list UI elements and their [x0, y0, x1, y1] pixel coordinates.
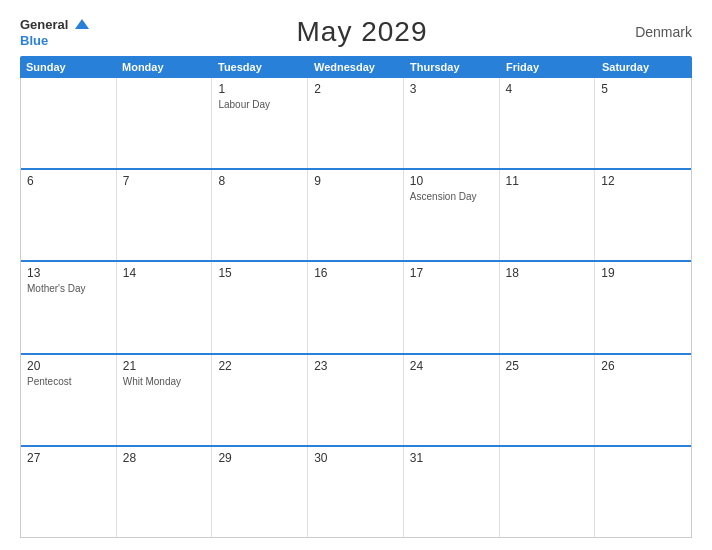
table-row: 29 — [212, 447, 308, 537]
cell-day-number: 22 — [218, 359, 301, 373]
header-wednesday: Wednesday — [308, 56, 404, 78]
cell-event-label: Labour Day — [218, 98, 301, 111]
table-row: 22 — [212, 355, 308, 445]
cell-event-label: Pentecost — [27, 375, 110, 388]
calendar-week-2: 678910Ascension Day1112 — [21, 170, 691, 262]
cell-day-number: 26 — [601, 359, 685, 373]
calendar-week-1: 1Labour Day2345 — [21, 78, 691, 170]
table-row: 21Whit Monday — [117, 355, 213, 445]
cell-day-number: 24 — [410, 359, 493, 373]
table-row: 16 — [308, 262, 404, 352]
cell-day-number: 18 — [506, 266, 589, 280]
calendar-week-5: 2728293031 — [21, 447, 691, 537]
cell-day-number: 21 — [123, 359, 206, 373]
header-thursday: Thursday — [404, 56, 500, 78]
cell-day-number: 30 — [314, 451, 397, 465]
logo-bottom: Blue — [20, 32, 89, 48]
logo-triangle-icon — [75, 19, 89, 29]
table-row: 25 — [500, 355, 596, 445]
cell-day-number: 5 — [601, 82, 685, 96]
header-monday: Monday — [116, 56, 212, 78]
cell-day-number: 14 — [123, 266, 206, 280]
table-row — [117, 78, 213, 168]
cell-day-number: 16 — [314, 266, 397, 280]
logo-top: General — [20, 16, 89, 32]
cell-day-number: 11 — [506, 174, 589, 188]
cell-day-number: 17 — [410, 266, 493, 280]
cell-event-label: Whit Monday — [123, 375, 206, 388]
table-row: 26 — [595, 355, 691, 445]
table-row: 30 — [308, 447, 404, 537]
logo-blue-text: Blue — [20, 33, 48, 48]
calendar-page: General Blue May 2029 Denmark Sunday Mon… — [0, 0, 712, 550]
table-row: 1Labour Day — [212, 78, 308, 168]
table-row: 20Pentecost — [21, 355, 117, 445]
page-header: General Blue May 2029 Denmark — [20, 16, 692, 48]
cell-day-number: 6 — [27, 174, 110, 188]
cell-day-number: 27 — [27, 451, 110, 465]
cell-day-number: 1 — [218, 82, 301, 96]
cell-day-number: 9 — [314, 174, 397, 188]
table-row: 27 — [21, 447, 117, 537]
table-row: 6 — [21, 170, 117, 260]
logo: General Blue — [20, 16, 89, 48]
table-row: 31 — [404, 447, 500, 537]
table-row: 19 — [595, 262, 691, 352]
table-row: 2 — [308, 78, 404, 168]
cell-day-number: 8 — [218, 174, 301, 188]
header-sunday: Sunday — [20, 56, 116, 78]
cell-day-number: 25 — [506, 359, 589, 373]
table-row: 24 — [404, 355, 500, 445]
cell-day-number: 4 — [506, 82, 589, 96]
table-row: 11 — [500, 170, 596, 260]
header-tuesday: Tuesday — [212, 56, 308, 78]
table-row: 18 — [500, 262, 596, 352]
cell-day-number: 10 — [410, 174, 493, 188]
cell-day-number: 7 — [123, 174, 206, 188]
table-row: 13Mother's Day — [21, 262, 117, 352]
table-row — [500, 447, 596, 537]
cell-day-number: 31 — [410, 451, 493, 465]
table-row: 17 — [404, 262, 500, 352]
table-row — [21, 78, 117, 168]
table-row: 12 — [595, 170, 691, 260]
cell-event-label: Ascension Day — [410, 190, 493, 203]
cell-day-number: 20 — [27, 359, 110, 373]
cell-day-number: 28 — [123, 451, 206, 465]
table-row: 9 — [308, 170, 404, 260]
table-row: 15 — [212, 262, 308, 352]
cell-day-number: 13 — [27, 266, 110, 280]
cell-day-number: 23 — [314, 359, 397, 373]
logo-general-text: General — [20, 17, 68, 32]
table-row — [595, 447, 691, 537]
cell-day-number: 19 — [601, 266, 685, 280]
calendar-body: 1Labour Day2345678910Ascension Day111213… — [20, 78, 692, 538]
country-label: Denmark — [635, 24, 692, 40]
calendar-week-3: 13Mother's Day141516171819 — [21, 262, 691, 354]
table-row: 4 — [500, 78, 596, 168]
header-saturday: Saturday — [596, 56, 692, 78]
cell-day-number: 12 — [601, 174, 685, 188]
cell-day-number: 3 — [410, 82, 493, 96]
table-row: 14 — [117, 262, 213, 352]
table-row: 10Ascension Day — [404, 170, 500, 260]
header-friday: Friday — [500, 56, 596, 78]
cell-event-label: Mother's Day — [27, 282, 110, 295]
cell-day-number: 2 — [314, 82, 397, 96]
table-row: 23 — [308, 355, 404, 445]
table-row: 5 — [595, 78, 691, 168]
cell-day-number: 15 — [218, 266, 301, 280]
table-row: 8 — [212, 170, 308, 260]
cell-day-number: 29 — [218, 451, 301, 465]
table-row: 28 — [117, 447, 213, 537]
table-row: 3 — [404, 78, 500, 168]
calendar: Sunday Monday Tuesday Wednesday Thursday… — [20, 56, 692, 538]
calendar-week-4: 20Pentecost21Whit Monday2223242526 — [21, 355, 691, 447]
calendar-header: Sunday Monday Tuesday Wednesday Thursday… — [20, 56, 692, 78]
table-row: 7 — [117, 170, 213, 260]
calendar-title: May 2029 — [297, 16, 428, 48]
